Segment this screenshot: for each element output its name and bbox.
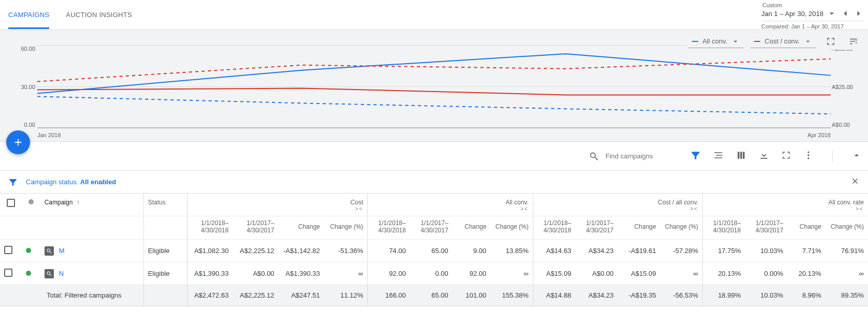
cell: A$14.63 <box>533 240 575 262</box>
columns-icon[interactable] <box>736 150 746 162</box>
subcol[interactable]: 1/1/2017–4/30/2017 <box>575 216 618 240</box>
date-range-text[interactable]: Jan 1 – Apr 30, 2018 <box>761 10 823 18</box>
subcol[interactable]: 1/1/2017–4/30/2017 <box>233 216 278 240</box>
chart-area: All conv. Cost / conv. 60.00 30.00 0.00 … <box>0 30 868 142</box>
cell: A$1,390.33 <box>279 262 324 285</box>
subcol[interactable]: 1/1/2017–4/30/2017 <box>410 216 453 240</box>
colgroup-cost[interactable]: Cost >< <box>187 194 368 216</box>
row-checkbox[interactable] <box>4 269 12 277</box>
cell: A$15.09 <box>618 262 660 285</box>
expand-icon[interactable] <box>782 151 791 161</box>
cell: 0.00% <box>745 262 787 285</box>
subcol[interactable]: Change <box>279 216 324 240</box>
cell: A$1,390.33 <box>187 262 233 285</box>
date-range-compared: Compared: Jan 1 – Apr 30, 2017 <box>761 21 864 29</box>
cell: 89.35% <box>826 285 868 306</box>
cell: -A$19.61 <box>618 240 660 262</box>
colgroup-allconv[interactable]: All conv. >< <box>368 194 533 216</box>
cell: 76.91% <box>826 240 868 262</box>
cell: ∞ <box>660 262 703 285</box>
subcol[interactable]: Change (%) <box>826 216 868 240</box>
filter-text[interactable]: Campaign status: All enabled <box>26 178 116 186</box>
filter-icon[interactable] <box>8 178 18 187</box>
col-campaign[interactable]: Campaign ↑ <box>40 194 144 216</box>
chart-y-right: A$50.00 A$25.00 A$0.00 <box>832 46 859 128</box>
download-icon[interactable] <box>759 150 769 162</box>
y-tick: A$25.00 <box>832 84 859 90</box>
cell: 11.12% <box>324 285 368 306</box>
adjust-chart-icon[interactable] <box>845 33 862 50</box>
campaign-link[interactable]: M <box>59 247 65 255</box>
tab-campaigns[interactable]: CAMPAIGNS <box>0 0 57 29</box>
metric1-label: All conv. <box>702 37 727 45</box>
collapse-up-icon[interactable] <box>851 150 862 162</box>
cell: 92.00 <box>453 262 491 285</box>
cell: A$0.00 <box>575 262 618 285</box>
next-period-icon[interactable] <box>853 8 864 19</box>
metric2-swatch <box>754 41 760 42</box>
col-status[interactable]: Status <box>143 194 187 216</box>
cell-status: Eligible <box>143 262 187 285</box>
add-button[interactable] <box>6 130 30 154</box>
campaign-link[interactable]: N <box>59 270 64 277</box>
search-icon[interactable] <box>589 151 599 161</box>
subcol[interactable]: Change (%) <box>660 216 703 240</box>
subcol[interactable]: Change <box>453 216 491 240</box>
search-input[interactable] <box>605 152 678 160</box>
cell: ∞ <box>324 262 368 285</box>
status-dot-header <box>28 199 34 204</box>
colgroup-cpa[interactable]: Cost / all conv. >< <box>533 194 703 216</box>
date-range-label: Custom <box>761 2 864 8</box>
subcol[interactable]: 1/1/2018–4/30/2018 <box>187 216 233 240</box>
table-row[interactable]: N Eligible A$1,390.33 A$0.00 A$1,390.33 … <box>0 262 868 285</box>
subcol[interactable]: 1/1/2017–4/30/2017 <box>745 216 787 240</box>
subheader-empty <box>0 216 143 240</box>
metric1-select[interactable]: All conv. <box>688 35 744 48</box>
y-tick: A$0.00 <box>832 122 859 128</box>
close-icon[interactable] <box>850 176 860 187</box>
search-network-icon <box>45 269 54 278</box>
cell: A$2,225.12 <box>233 240 278 262</box>
toolbar-icons <box>690 150 862 163</box>
metric2-select[interactable]: Cost / conv. <box>750 35 816 48</box>
subcol[interactable]: Change (%) <box>490 216 533 240</box>
total-label: Total: Filtered campaigns <box>0 285 143 306</box>
metric1-swatch <box>692 41 698 42</box>
compare-icon: >< <box>372 206 528 212</box>
expand-chart-icon[interactable] <box>822 33 839 50</box>
dropdown-icon <box>804 37 812 46</box>
search-network-icon <box>45 246 54 256</box>
subcol[interactable]: Change <box>787 216 826 240</box>
filter-value: All enabled <box>80 178 116 186</box>
cell: 74.00 <box>368 240 410 262</box>
colgroup-cost-label: Cost <box>192 199 364 206</box>
filter-icon[interactable] <box>690 150 701 162</box>
dropdown-icon[interactable] <box>827 8 837 19</box>
campaign-table: Campaign ↑ Status Cost >< All conv. >< C… <box>0 194 868 306</box>
subcol[interactable]: Change (%) <box>324 216 368 240</box>
subcol[interactable]: Change <box>618 216 660 240</box>
cell: A$1,082.30 <box>187 240 233 262</box>
y-tick: 60.00 <box>17 46 35 52</box>
select-all-checkbox[interactable] <box>7 199 15 207</box>
tab-auction-insights[interactable]: AUCTION INSIGHTS <box>57 0 140 29</box>
cell: 10.03% <box>745 240 787 262</box>
table-row[interactable]: M Eligible A$1,082.30 A$2,225.12 -A$1,14… <box>0 240 868 262</box>
cell: 20.13% <box>787 262 826 285</box>
more-icon[interactable] <box>803 150 814 162</box>
subcol[interactable]: 1/1/2018–4/30/2018 <box>533 216 575 240</box>
chart-x-axis: Jan 2018 Apr 2018 <box>37 132 831 138</box>
cell: A$2,472.63 <box>187 285 233 306</box>
colgroup-allconv-label: All conv. <box>372 199 528 206</box>
segment-icon[interactable] <box>713 150 724 162</box>
status-dot <box>26 248 31 253</box>
row-checkbox[interactable] <box>4 246 12 254</box>
prev-period-icon[interactable] <box>840 8 850 19</box>
chart-controls: All conv. Cost / conv. <box>688 33 862 50</box>
colgroup-cpa-label: Cost / all conv. <box>538 199 699 206</box>
cell-status: Eligible <box>143 240 187 262</box>
colgroup-rate[interactable]: All conv. rate >< <box>703 194 868 216</box>
cell: A$0.00 <box>233 262 278 285</box>
subcol[interactable]: 1/1/2018–4/30/2018 <box>703 216 745 240</box>
subcol[interactable]: 1/1/2018–4/30/2018 <box>368 216 410 240</box>
